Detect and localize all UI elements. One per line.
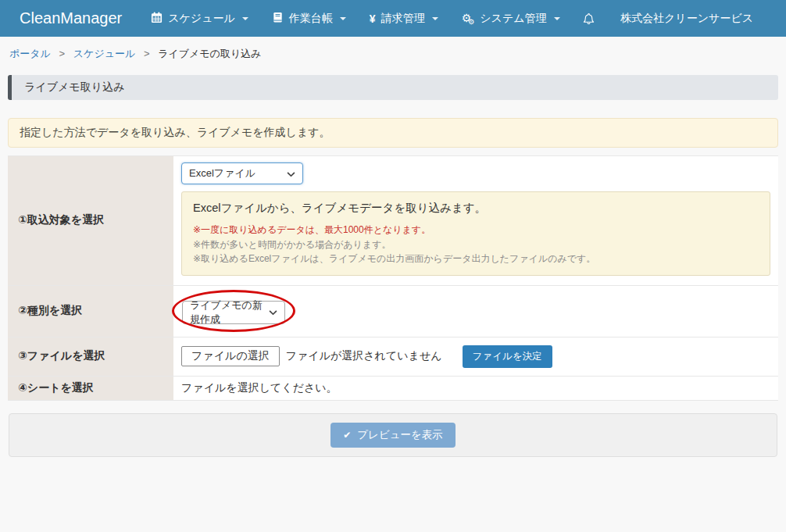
- chevron-down-icon: [287, 168, 295, 180]
- nav-label-work-ledger: 作業台帳: [289, 12, 333, 26]
- caret-down-icon: [432, 17, 438, 20]
- chevron-down-icon: [269, 306, 277, 318]
- file-choose-button[interactable]: ファイルの選択: [181, 346, 280, 366]
- company-name: 株式会社クリーンサービス: [620, 12, 753, 26]
- sheet-message: ファイルを選択してください。: [181, 381, 338, 395]
- label-kind: ②種別を選択: [8, 286, 173, 337]
- book-icon: [272, 12, 284, 26]
- cell-file: ファイルの選択 ファイルが選択されていません ファイルを決定: [173, 337, 778, 376]
- nav-item-system[interactable]: ⚙⚙ システム管理: [450, 0, 572, 37]
- bell-icon[interactable]: [583, 12, 595, 25]
- main-nav: スケジュール 作業台帳 ¥ 請求管理 ⚙⚙ システム管理: [139, 0, 571, 37]
- caret-down-icon: [554, 17, 560, 20]
- check-icon: ✔: [343, 430, 351, 441]
- top-navbar: CleanManager スケジュール: [0, 0, 786, 37]
- row-kind: ②種別を選択 ライブメモの新規作成: [8, 286, 778, 337]
- breadcrumb-separator: >: [144, 48, 150, 59]
- description-note-red: ※一度に取り込めるデータは、最大1000件となります。: [193, 223, 759, 237]
- nav-label-schedule: スケジュール: [168, 12, 235, 26]
- description-note-1: ※件数が多いと時間がかかる場合があります。: [193, 237, 759, 252]
- nav-item-billing[interactable]: ¥ 請求管理: [358, 0, 450, 37]
- label-sheet: ④シートを選択: [8, 377, 173, 400]
- breadcrumb-portal[interactable]: ポータル: [9, 48, 51, 59]
- row-file: ③ファイルを選択 ファイルの選択 ファイルが選択されていません ファイルを決定: [8, 337, 778, 377]
- import-target-select[interactable]: Excelファイル: [181, 162, 303, 184]
- navbar-right: 株式会社クリーンサービス: [583, 12, 786, 26]
- row-import-target: ①取込対象を選択 Excelファイル Excelファイルから、ライブメモデータを…: [8, 156, 778, 286]
- cell-import-target: Excelファイル Excelファイルから、ライブメモデータを取り込みます。 ※…: [173, 156, 778, 285]
- info-alert: 指定した方法でデータを取り込み、ライブメモを作成します。: [8, 118, 778, 148]
- gears-icon: ⚙⚙: [462, 12, 475, 26]
- kind-select[interactable]: ライブメモの新規作成: [182, 301, 285, 324]
- nav-item-work-ledger[interactable]: 作業台帳: [260, 0, 358, 37]
- import-target-description: Excelファイルから、ライブメモデータを取り込みます。 ※一度に取り込めるデー…: [181, 191, 770, 276]
- nav-label-system: システム管理: [480, 12, 546, 26]
- breadcrumb: ポータル > スケジュール > ライブメモの取り込み: [0, 37, 786, 67]
- description-note-2: ※取り込めるExcelファイルは、ライブメモの出力画面からデータ出力したファイル…: [193, 252, 759, 266]
- import-target-select-value: Excelファイル: [189, 166, 255, 180]
- action-panel: ✔ プレビューを表示: [9, 413, 777, 457]
- file-decide-button[interactable]: ファイルを決定: [463, 345, 552, 368]
- page-title: ライブメモ取り込み: [8, 75, 778, 100]
- breadcrumb-separator: >: [59, 48, 66, 59]
- yen-icon: ¥: [370, 12, 376, 25]
- cell-sheet: ファイルを選択してください。: [173, 377, 778, 400]
- app-brand[interactable]: CleanManager: [0, 9, 122, 27]
- cell-kind: ライブメモの新規作成: [173, 286, 778, 337]
- label-import-target: ①取込対象を選択: [8, 156, 173, 285]
- label-file: ③ファイルを選択: [8, 337, 173, 376]
- kind-select-value: ライブメモの新規作成: [190, 298, 269, 327]
- nav-label-billing: 請求管理: [381, 12, 425, 26]
- preview-button[interactable]: ✔ プレビューを表示: [330, 423, 456, 448]
- row-sheet: ④シートを選択 ファイルを選択してください。: [8, 377, 778, 401]
- file-status-text: ファイルが選択されていません: [286, 349, 442, 363]
- import-form: ①取込対象を選択 Excelファイル Excelファイルから、ライブメモデータを…: [8, 155, 778, 401]
- nav-item-schedule[interactable]: スケジュール: [139, 0, 260, 37]
- breadcrumb-current: ライブメモの取り込み: [158, 48, 261, 59]
- breadcrumb-schedule[interactable]: スケジュール: [73, 48, 136, 59]
- caret-down-icon: [242, 17, 248, 20]
- description-title: Excelファイルから、ライブメモデータを取り込みます。: [193, 201, 759, 216]
- caret-down-icon: [340, 17, 346, 20]
- calendar-icon: [151, 12, 163, 26]
- preview-button-label: プレビューを表示: [357, 428, 443, 442]
